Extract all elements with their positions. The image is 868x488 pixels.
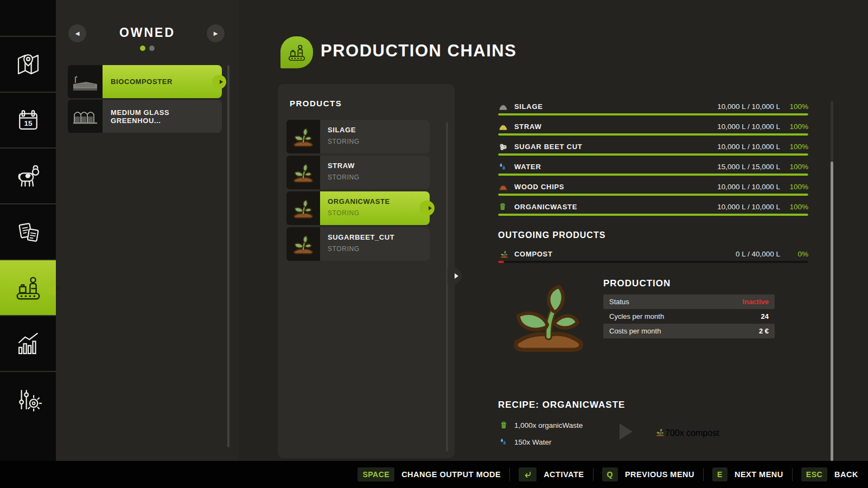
sidebar-item-settings[interactable] [0, 371, 56, 427]
fill-percent: 100% [780, 102, 808, 111]
fill-level-row-outgoing: COMPOST 0 L / 40,000 L 0% [498, 248, 808, 268]
key-e: E [712, 467, 727, 481]
fill-percent: 100% [780, 123, 808, 131]
product-thumbnail [286, 227, 320, 261]
action-activate[interactable]: ACTIVATE [519, 467, 584, 481]
product-item-organicwaste[interactable]: ORGANICWASTE STORING [286, 191, 430, 225]
fill-bar [498, 133, 808, 136]
sidebar-item-finances[interactable] [0, 203, 56, 259]
recipe-output: 700x compost [655, 427, 719, 439]
sidebar-item-animals[interactable] [0, 147, 56, 203]
fill-percent: 0% [780, 250, 808, 258]
fill-amount: 15,000 L / 15,000 L [717, 163, 780, 171]
owned-item-biocomposter[interactable]: BIOCOMPOSTER [68, 65, 222, 98]
owned-next-page-button[interactable]: ▶ [207, 24, 225, 42]
fill-percent: 100% [780, 143, 808, 151]
fill-amount: 10,000 L / 10,000 L [717, 203, 780, 211]
product-item-silage[interactable]: SILAGE STORING [286, 120, 430, 153]
product-name: STRAW [328, 162, 430, 170]
production-row-cycles: Cycles per month 24 [603, 309, 775, 324]
selected-indicator-arrow [56, 285, 60, 291]
production-chains-header-icon [286, 42, 307, 63]
page-dot-active[interactable] [140, 46, 145, 51]
owned-item-thumbnail [68, 65, 103, 98]
action-back[interactable]: ESC BACK [801, 467, 858, 481]
owned-item-greenhouse[interactable]: MEDIUM GLASS GREENHOU... [68, 100, 222, 133]
page-dot[interactable] [149, 46, 155, 51]
fill-level-row: SILAGE 10,000 L / 10,000 L 100% [498, 100, 808, 120]
product-thumbnail [286, 156, 320, 189]
product-status: STORING [328, 174, 430, 181]
fill-percent: 100% [780, 203, 808, 211]
sidebar-item-calendar[interactable]: 15 [0, 92, 56, 147]
recipe-block: RECIPE: ORGANICWASTE 1,000x organicWaste… [498, 400, 808, 454]
recipe-arrow-icon [620, 423, 633, 440]
product-thumbnail [286, 191, 320, 225]
settings-icon [14, 385, 43, 414]
fill-name: WATER [514, 163, 541, 171]
owned-item-label: MEDIUM GLASS GREENHOU... [103, 100, 222, 133]
sidebar-item-map[interactable] [0, 36, 56, 92]
seedling-product-image [508, 275, 589, 356]
page-scrollbar[interactable] [831, 101, 833, 461]
fill-bar [498, 214, 808, 216]
product-item-straw[interactable]: STRAW STORING [286, 156, 430, 189]
sidebar-item-statistics[interactable] [0, 315, 56, 371]
documents-icon [14, 217, 43, 247]
seedling-thumbnail-icon [292, 161, 315, 184]
production-detail: SILAGE 10,000 L / 10,000 L 100% STRAW 10… [498, 100, 808, 268]
production-heading: PRODUCTION [603, 278, 775, 289]
owned-list: BIOCOMPOSTER MEDIUM GLASS GREENHOU... [68, 65, 222, 134]
outgoing-products-heading: OUTGOING PRODUCTS [498, 230, 808, 240]
biocomposter-thumbnail-image [70, 70, 100, 94]
action-change-output-mode[interactable]: SPACE CHANGE OUTPUT MODE [358, 467, 501, 481]
enter-key-icon [519, 467, 537, 481]
seedling-thumbnail-icon [292, 233, 315, 255]
fill-name: ORGANICWASTE [514, 203, 577, 211]
fill-level-row: WATER 15,000 L / 15,000 L 100% [498, 160, 808, 181]
map-icon [14, 50, 43, 79]
sidebar-item-production-chains[interactable] [0, 259, 56, 315]
silage-icon [498, 101, 510, 111]
fill-name: STRAW [514, 123, 541, 131]
fill-percent: 100% [780, 183, 808, 191]
product-item-sugarbeet-cut[interactable]: SUGARBEET_CUT STORING [286, 227, 430, 261]
owned-item-label: BIOCOMPOSTER [103, 65, 222, 98]
product-name: SUGARBEET_CUT [328, 233, 430, 241]
action-previous-menu[interactable]: Q PREVIOUS MENU [602, 467, 695, 481]
product-name: ORGANICWASTE [328, 197, 430, 206]
page-scrollbar-thumb[interactable] [831, 162, 833, 461]
recipe-input: 150x Water [498, 437, 607, 447]
separator [509, 468, 510, 481]
status-value: Inactive [743, 298, 769, 306]
product-status: STORING [328, 138, 430, 145]
fill-amount: 10,000 L / 10,000 L [717, 143, 780, 151]
owned-column: ◀ OWNED ▶ BIOCOMPOSTER [56, 0, 239, 461]
key-space: SPACE [358, 467, 394, 481]
fill-amount: 0 L / 40,000 L [736, 250, 780, 258]
action-next-menu[interactable]: E NEXT MENU [712, 467, 783, 481]
owned-pagination-dots [56, 46, 239, 51]
fill-name: SILAGE [514, 102, 543, 111]
fill-bar [498, 174, 808, 176]
sidebar-spacer [0, 0, 56, 36]
selected-item-arrow-icon [220, 80, 223, 84]
fill-level-row: WOOD CHIPS 10,000 L / 10,000 L 100% [498, 181, 808, 201]
separator [593, 468, 593, 481]
production-row-status: Status Inactive [603, 294, 775, 309]
separator [792, 468, 793, 481]
fill-bar [498, 113, 808, 115]
panel-expand-handle[interactable] [448, 267, 462, 285]
product-name: SILAGE [328, 126, 430, 134]
keybind-bar: SPACE CHANGE OUTPUT MODE ACTIVATE Q PREV… [0, 461, 868, 488]
owned-scrollbar[interactable] [227, 65, 229, 447]
fill-amount: 10,000 L / 10,000 L [717, 102, 780, 111]
fill-amount: 10,000 L / 10,000 L [717, 123, 780, 131]
fill-level-row: STRAW 10,000 L / 10,000 L 100% [498, 120, 808, 140]
key-q: Q [602, 467, 618, 481]
fill-bar [498, 194, 808, 196]
compost-icon [498, 249, 510, 259]
products-scrollbar[interactable] [446, 122, 448, 452]
fill-name: SUGAR BEET CUT [514, 143, 582, 151]
fill-bar [498, 261, 808, 263]
